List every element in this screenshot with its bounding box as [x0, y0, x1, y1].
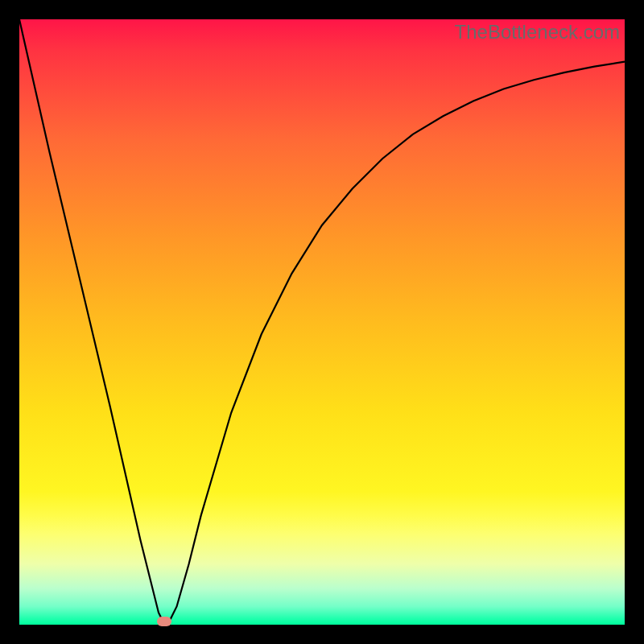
- optimal-point-marker: [157, 617, 171, 626]
- bottleneck-curve: [19, 19, 625, 625]
- plot-area: TheBottleneck.com: [19, 19, 625, 625]
- chart-container: TheBottleneck.com: [0, 0, 644, 644]
- watermark-text: TheBottleneck.com: [455, 21, 620, 43]
